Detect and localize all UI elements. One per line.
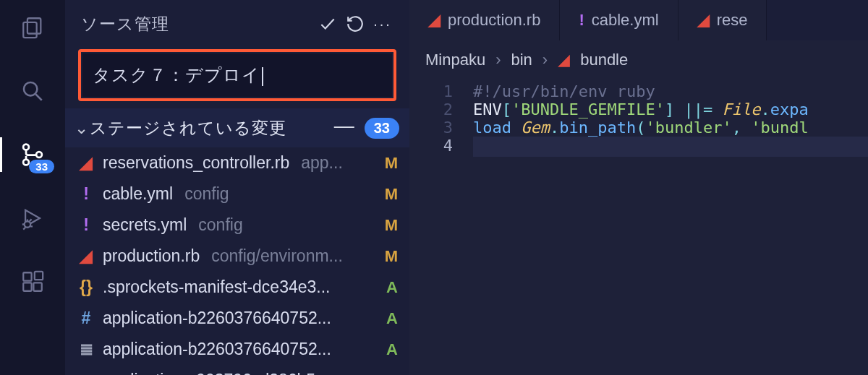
file-path: config/environm... [211,246,343,266]
staged-changes-section[interactable]: ⌄ ステージされている変更 — 33 [65,108,409,147]
staged-file-row[interactable]: !secrets.ymlconfigM [65,210,409,241]
breadcrumb[interactable]: Minpaku › bin › ◢ bundle [409,40,868,79]
file-status: A [380,278,398,297]
file-type-icon: ! [77,184,95,204]
commit-icon[interactable] [314,10,341,38]
svg-line-3 [35,94,42,100]
editor-area: ◢production.rb!cable.yml◢rese Minpaku › … [409,0,868,375]
staged-label: ステージされている変更 [90,117,324,139]
line-number: 4 [409,137,473,157]
file-status: A [380,309,398,328]
file-name: cable.yml [103,184,173,204]
staged-file-row[interactable]: JSapplication-c903796cd286b5...A [65,365,409,375]
file-name: application-c903796cd286b5... [103,371,329,375]
file-type-icon: # [77,309,95,328]
file-name: secrets.yml [103,215,187,235]
scm-badge: 33 [29,160,54,173]
staged-file-row[interactable]: !cable.ymlconfigM [65,178,409,210]
svg-point-2 [24,82,37,95]
debug-icon[interactable] [18,204,47,233]
line-number: 3 [409,118,473,137]
file-name: production.rb [103,246,200,266]
tab-label: production.rb [448,11,540,30]
explorer-icon[interactable] [18,13,47,42]
unstage-all-icon[interactable]: — [324,114,365,142]
scm-header: ソース管理 ··· [65,0,409,49]
file-name: application-b2260376640752... [103,340,331,359]
ruby-icon: ◢ [558,51,570,69]
staged-file-row[interactable]: ◢reservations_controller.rbapp...M [65,147,409,178]
staged-file-list: ◢reservations_controller.rbapp...M!cable… [65,147,409,375]
active-line-highlight [473,137,868,157]
search-icon[interactable] [18,77,47,105]
svg-point-6 [36,152,42,158]
file-status: A [380,340,398,359]
breadcrumb-sep: › [542,51,548,69]
commit-highlight-box: タスク７：デプロイ [78,49,396,101]
file-path: config [198,215,242,235]
svg-rect-0 [27,18,41,33]
svg-rect-9 [23,283,31,290]
editor-tab[interactable]: ◢production.rb [409,0,560,40]
tab-label: rese [717,11,748,30]
staged-file-row[interactable]: ◢production.rbconfig/environm...M [65,241,409,272]
file-path: app... [301,153,343,173]
file-type-icon: {} [77,277,95,297]
svg-rect-1 [23,22,36,38]
file-name: application-b2260376640752... [103,309,331,328]
line-number: 1 [409,82,473,100]
staged-file-row[interactable]: {}.sprockets-manifest-dce34e3...A [65,272,409,303]
file-status: M [379,185,398,204]
code-editor[interactable]: 1 #!/usr/bin/env ruby 2 ENV['BUNDLE_GEMF… [409,79,868,160]
more-icon[interactable]: ··· [369,10,396,38]
file-status: M [379,154,398,173]
file-type-icon: ! [579,11,584,30]
svg-point-5 [23,160,29,165]
chevron-down-icon: ⌄ [72,118,90,138]
file-type-icon: ◢ [77,246,95,266]
editor-tab[interactable]: !cable.yml [560,0,678,40]
staged-file-row[interactable]: #application-b2260376640752...A [65,303,409,334]
file-status: A [380,371,398,376]
staged-file-row[interactable]: ≣application-b2260376640752...A [65,334,409,365]
file-type-icon: ≣ [77,340,95,359]
scm-title: ソース管理 [81,13,314,35]
activity-bar: 33 [0,0,65,375]
file-type-icon: ◢ [428,11,441,30]
scm-sidebar: ソース管理 ··· タスク７：デプロイ ⌄ ステージされている変更 — 33 ◢… [65,0,409,375]
file-name: .sprockets-manifest-dce34e3... [103,277,330,297]
breadcrumb-part[interactable]: Minpaku [425,51,485,69]
staged-count-badge: 33 [365,118,399,139]
source-control-icon[interactable]: 33 [18,140,47,169]
commit-message-wrap: タスク７：デプロイ [65,49,409,108]
text-cursor [262,67,263,86]
svg-rect-8 [23,272,31,280]
file-type-icon: ! [77,215,95,235]
svg-rect-10 [33,283,41,290]
refresh-icon[interactable] [341,10,369,38]
breadcrumb-part[interactable]: bundle [580,51,628,69]
breadcrumb-sep: › [495,51,501,69]
file-status: M [379,247,398,266]
svg-point-7 [25,221,31,228]
extensions-icon[interactable] [18,267,47,296]
svg-rect-11 [35,272,43,280]
file-status: M [379,216,398,235]
editor-tabs: ◢production.rb!cable.yml◢rese [409,0,868,40]
editor-tab[interactable]: ◢rese [678,0,767,40]
tab-label: cable.yml [592,11,659,30]
file-type-icon: ◢ [77,153,95,173]
svg-point-4 [23,145,29,150]
file-type-icon: ◢ [697,11,710,30]
commit-message-input[interactable]: タスク７：デプロイ [82,53,392,97]
breadcrumb-part[interactable]: bin [511,51,532,69]
file-name: reservations_controller.rb [103,153,289,173]
line-number: 2 [409,100,473,118]
file-path: config [184,184,229,204]
